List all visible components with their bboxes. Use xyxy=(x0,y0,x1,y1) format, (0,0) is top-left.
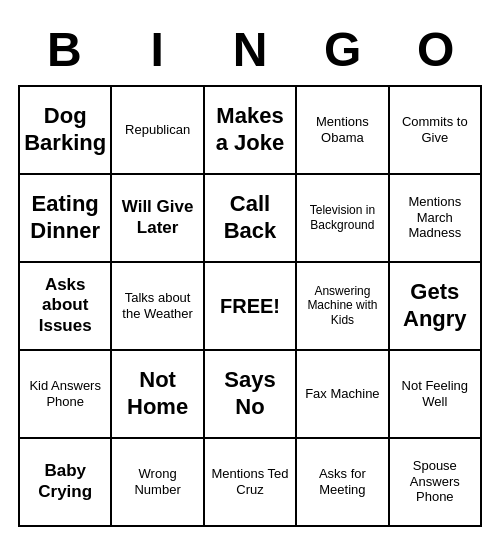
bingo-cell-14: Gets Angry xyxy=(390,263,482,351)
bingo-cell-1: Republican xyxy=(112,87,204,175)
bingo-cell-12: FREE! xyxy=(205,263,297,351)
bingo-cell-22: Mentions Ted Cruz xyxy=(205,439,297,527)
bingo-cell-17: Says No xyxy=(205,351,297,439)
bingo-card: B I N G O Dog BarkingRepublicanMakes a J… xyxy=(10,10,490,535)
letter-n: N xyxy=(206,22,294,77)
bingo-cell-2: Makes a Joke xyxy=(205,87,297,175)
bingo-cell-15: Kid Answers Phone xyxy=(20,351,112,439)
bingo-cell-19: Not Feeling Well xyxy=(390,351,482,439)
bingo-cell-16: Not Home xyxy=(112,351,204,439)
letter-i: I xyxy=(113,22,201,77)
bingo-cell-24: Spouse Answers Phone xyxy=(390,439,482,527)
bingo-title: B I N G O xyxy=(18,18,482,85)
letter-g: G xyxy=(299,22,387,77)
bingo-cell-23: Asks for Meeting xyxy=(297,439,389,527)
bingo-cell-5: Eating Dinner xyxy=(20,175,112,263)
bingo-cell-21: Wrong Number xyxy=(112,439,204,527)
bingo-cell-18: Fax Machine xyxy=(297,351,389,439)
bingo-cell-13: Answering Machine with Kids xyxy=(297,263,389,351)
bingo-cell-0: Dog Barking xyxy=(20,87,112,175)
bingo-cell-6: Will Give Later xyxy=(112,175,204,263)
bingo-cell-7: Call Back xyxy=(205,175,297,263)
bingo-grid: Dog BarkingRepublicanMakes a JokeMention… xyxy=(18,85,482,527)
bingo-cell-9: Mentions March Madness xyxy=(390,175,482,263)
bingo-cell-3: Mentions Obama xyxy=(297,87,389,175)
bingo-cell-8: Television in Background xyxy=(297,175,389,263)
bingo-cell-11: Talks about the Weather xyxy=(112,263,204,351)
letter-b: B xyxy=(20,22,108,77)
bingo-cell-4: Commits to Give xyxy=(390,87,482,175)
letter-o: O xyxy=(392,22,480,77)
bingo-cell-20: Baby Crying xyxy=(20,439,112,527)
bingo-cell-10: Asks about Issues xyxy=(20,263,112,351)
